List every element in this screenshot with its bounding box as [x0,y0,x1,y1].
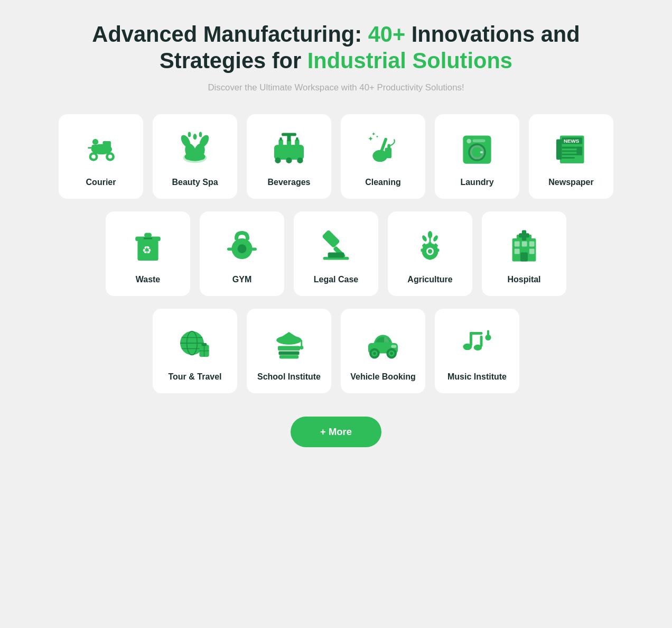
svg-rect-55 [144,233,152,237]
svg-rect-35 [385,148,392,159]
svg-rect-119 [487,330,489,338]
svg-point-15 [193,134,197,140]
gym-icon [221,225,263,267]
svg-rect-29 [282,133,296,136]
card-laundry[interactable]: Laundry [435,114,519,199]
laundry-icon [456,127,498,170]
svg-rect-42 [473,140,486,143]
laundry-label: Laundry [460,177,493,188]
agriculture-label: Agriculture [407,274,452,285]
svg-rect-88 [520,253,528,262]
card-row-2: ♻ Waste [45,211,627,296]
svg-rect-52 [577,147,583,155]
svg-rect-85 [529,242,535,247]
svg-rect-21 [295,140,299,149]
svg-point-16 [188,132,191,137]
svg-point-25 [275,158,281,163]
svg-rect-83 [515,242,520,247]
svg-rect-115 [480,336,483,347]
page-title: Advanced Manufacturing: 40+ Innovations … [45,21,627,74]
page-container: Advanced Manufacturing: 40+ Innovations … [45,21,627,447]
svg-text:NEWS: NEWS [564,138,580,144]
card-tour-travel[interactable]: Tour & Travel [153,309,237,393]
card-hospital[interactable]: Hospital [482,211,566,296]
svg-point-8 [108,154,113,160]
cleaning-label: Cleaning [365,177,401,188]
courier-label: Courier [86,177,116,188]
beauty-spa-icon [174,127,216,170]
svg-point-41 [466,139,471,143]
card-beverages[interactable]: Beverages [247,114,331,199]
svg-point-101 [300,346,303,349]
svg-text:♻: ♻ [142,245,152,256]
svg-rect-112 [391,345,396,348]
svg-point-114 [463,344,472,350]
card-music[interactable]: Music Institute [435,309,519,393]
svg-point-26 [286,158,292,163]
svg-rect-3 [103,141,111,148]
svg-rect-84 [522,242,527,247]
svg-rect-59 [227,248,234,251]
svg-point-61 [238,245,247,254]
beverages-icon [268,127,310,170]
music-icon [456,322,498,364]
card-row-3: Tour & Travel School Institute [45,309,627,393]
hospital-icon [503,225,545,267]
hospital-label: Hospital [507,274,540,285]
card-school[interactable]: School Institute [247,309,331,393]
svg-text:✦: ✦ [371,131,376,137]
svg-point-7 [91,154,96,160]
card-vehicle-booking[interactable]: Vehicle Booking [341,309,425,393]
svg-point-4 [92,139,98,145]
beverages-label: Beverages [268,177,311,188]
agriculture-icon [409,225,451,267]
svg-point-78 [432,235,438,242]
music-label: Music Institute [447,372,507,383]
svg-point-17 [199,132,202,137]
svg-rect-68 [428,256,432,260]
card-courier[interactable]: Courier [59,114,143,199]
courier-icon [80,127,122,170]
svg-rect-45 [556,140,562,160]
waste-label: Waste [136,274,161,285]
svg-rect-22 [280,137,282,141]
card-legal-case[interactable]: Legal Case [294,211,378,296]
svg-rect-117 [470,332,483,335]
card-waste[interactable]: ♻ Waste [106,211,190,296]
svg-rect-5 [92,145,99,151]
svg-rect-19 [278,140,283,149]
card-cleaning[interactable]: ✦ ✦ ✦ Cleaning [341,114,425,199]
svg-point-108 [373,352,376,355]
svg-rect-60 [250,248,257,251]
svg-rect-82 [519,234,529,238]
vehicle-booking-label: Vehicle Booking [350,372,416,383]
cleaning-icon: ✦ ✦ ✦ [362,127,404,170]
card-row-1: Courier Beauty [45,114,627,199]
card-agriculture[interactable]: Agriculture [388,211,472,296]
card-beauty-spa[interactable]: Beauty Spa [153,114,237,199]
svg-rect-70 [436,249,440,252]
card-gym[interactable]: GYM [200,211,284,296]
school-label: School Institute [257,372,321,383]
svg-point-27 [297,158,303,163]
svg-point-74 [428,250,432,254]
gym-label: GYM [232,274,251,285]
card-newspaper[interactable]: NEWS Newspaper [529,114,613,199]
svg-rect-43 [480,151,483,153]
svg-rect-69 [421,249,425,252]
svg-rect-63 [322,230,340,248]
svg-rect-103 [278,352,299,355]
svg-rect-65 [328,253,344,258]
svg-rect-87 [529,249,535,254]
svg-rect-102 [278,346,300,350]
svg-point-76 [428,231,432,238]
tour-travel-label: Tour & Travel [168,372,221,383]
svg-point-111 [390,352,393,355]
svg-rect-51 [562,158,575,159]
more-button[interactable]: + More [291,417,381,447]
svg-point-77 [421,235,427,242]
vehicle-booking-icon [362,322,404,364]
svg-rect-24 [296,137,298,141]
svg-point-116 [474,345,482,350]
legal-case-icon [315,225,357,267]
